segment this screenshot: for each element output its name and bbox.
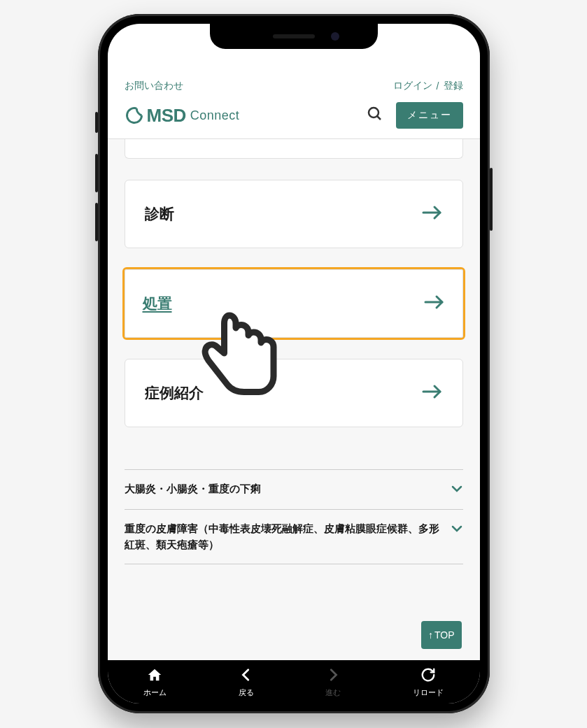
card-case-intro[interactable]: 症例紹介	[125, 359, 463, 427]
logo-msd-text: MSD	[147, 105, 186, 127]
scroll-top-button[interactable]: ↑TOP	[421, 621, 462, 649]
top-button-label: TOP	[434, 629, 455, 641]
phone-screen: お問い合わせ ログイン / 登録 MSD Connect	[108, 24, 480, 704]
contact-link[interactable]: お問い合わせ	[125, 80, 183, 92]
card-partial[interactable]	[125, 139, 463, 159]
chevron-left-icon	[239, 667, 254, 685]
screen-content: お問い合わせ ログイン / 登録 MSD Connect	[108, 24, 480, 660]
card-diagnosis[interactable]: 診断	[125, 180, 463, 248]
arrow-up-icon: ↑	[428, 629, 433, 641]
card-case-intro-label: 症例紹介	[145, 383, 204, 403]
chevron-down-icon	[451, 522, 463, 538]
svg-point-0	[369, 108, 379, 117]
nav-home-label: ホーム	[143, 687, 167, 698]
notch	[210, 24, 378, 49]
nav-back-label: 戻る	[239, 687, 254, 698]
nav-back[interactable]: 戻る	[239, 667, 254, 698]
logo[interactable]: MSD Connect	[125, 105, 240, 127]
nav-reload-label: リロード	[413, 687, 444, 698]
nav-home[interactable]: ホーム	[143, 667, 167, 698]
register-link[interactable]: 登録	[444, 80, 463, 92]
home-icon	[147, 667, 162, 685]
volume-down	[95, 203, 98, 241]
separator: /	[437, 80, 439, 92]
list-section: 大腸炎・小腸炎・重度の下痢 重度の皮膚障害（中毒性表皮壊死融解症、皮膚粘膜眼症候…	[125, 448, 463, 564]
reload-icon	[420, 667, 436, 685]
search-icon[interactable]	[367, 106, 383, 125]
top-links-bar: お問い合わせ ログイン / 登録	[108, 73, 480, 102]
chevron-down-icon	[451, 483, 463, 498]
front-camera	[331, 32, 339, 41]
highlighted-card-wrapper: 処置	[122, 267, 465, 340]
login-link[interactable]: ログイン	[393, 80, 432, 92]
list-item-label: 大腸炎・小腸炎・重度の下痢	[125, 481, 442, 497]
menu-button[interactable]: メニュー	[396, 102, 463, 129]
power-button	[490, 168, 493, 231]
content-area: 診断 処置	[108, 139, 480, 660]
nav-forward: 進む	[325, 667, 341, 698]
arrow-right-icon	[422, 204, 443, 224]
volume-up	[95, 154, 98, 192]
msd-logo-icon	[125, 106, 144, 125]
header-bar: MSD Connect メニュー	[108, 102, 480, 138]
svg-line-1	[377, 116, 381, 120]
list-item[interactable]: 重度の皮膚障害（中毒性表皮壊死融解症、皮膚粘膜眼症候群、多形紅斑、類天疱瘡等）	[125, 510, 463, 564]
arrow-right-icon	[424, 294, 445, 313]
mute-switch	[95, 112, 98, 133]
card-treatment-label: 処置	[143, 294, 172, 313]
card-treatment[interactable]: 処置	[125, 269, 463, 338]
list-item[interactable]: 大腸炎・小腸炎・重度の下痢	[125, 469, 463, 510]
card-diagnosis-label: 診断	[145, 204, 174, 224]
chevron-right-icon	[325, 667, 341, 685]
list-item-label: 重度の皮膚障害（中毒性表皮壊死融解症、皮膚粘膜眼症候群、多形紅斑、類天疱瘡等）	[125, 521, 442, 552]
speaker	[273, 34, 315, 38]
nav-forward-label: 進む	[325, 687, 341, 698]
phone-frame: お問い合わせ ログイン / 登録 MSD Connect	[98, 14, 490, 713]
arrow-right-icon	[422, 383, 443, 403]
bottom-nav: ホーム 戻る 進む リロード	[108, 660, 480, 704]
nav-reload[interactable]: リロード	[413, 667, 444, 698]
logo-connect-text: Connect	[190, 108, 240, 123]
